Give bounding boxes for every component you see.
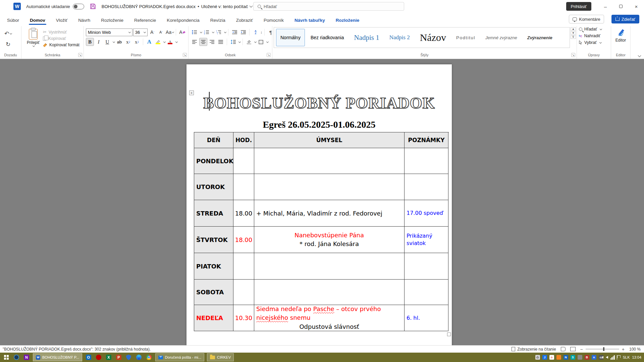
- line-spacing-button[interactable]: [229, 38, 237, 46]
- font-family-combobox[interactable]: Minion Web: [86, 28, 132, 36]
- align-center-button[interactable]: [199, 38, 207, 46]
- table-cell-note[interactable]: [405, 148, 448, 174]
- close-button[interactable]: ×: [629, 0, 644, 13]
- dialog-launcher-icon[interactable]: ↘: [183, 53, 187, 57]
- table-cell-intent[interactable]: Nanebovstúpenie Pána * rod. Jána Kolesár…: [254, 227, 405, 253]
- zoom-level[interactable]: 100 %: [629, 347, 641, 352]
- table-cell-time[interactable]: [233, 253, 254, 280]
- save-icon[interactable]: [90, 3, 96, 10]
- table-cell-intent[interactable]: [254, 174, 405, 200]
- increase-indent-button[interactable]: [239, 28, 247, 36]
- taskbar-window-mail[interactable]: Doručená pošta - mi...: [155, 353, 204, 361]
- tab-rozlozenie-tabulky[interactable]: Rozloženie: [335, 18, 361, 26]
- comments-button[interactable]: Komentáre: [569, 15, 604, 23]
- table-row-day[interactable]: UTOROK: [194, 174, 233, 200]
- zoom-out-button[interactable]: −: [580, 347, 583, 352]
- tray-printer-icon[interactable]: ⎙: [535, 355, 540, 360]
- copy-button[interactable]: Kopírovať: [43, 36, 79, 41]
- grow-font-button[interactable]: Aˆ: [148, 28, 156, 36]
- strikethrough-button[interactable]: ab: [115, 38, 123, 46]
- numbered-list-button[interactable]: 123: [203, 28, 211, 36]
- table-cell-intent[interactable]: Siedma nedeľa po Pasche – otcov prvého n…: [254, 305, 405, 331]
- tray-icon[interactable]: ⌗: [592, 355, 596, 360]
- reading-view-button[interactable]: Zobrazenie na čítanie: [512, 347, 556, 352]
- bold-button[interactable]: B: [86, 38, 94, 46]
- superscript-button[interactable]: x2: [133, 38, 141, 46]
- network-icon[interactable]: [610, 355, 615, 360]
- table-cell-intent[interactable]: [254, 148, 405, 174]
- highlight-color-button[interactable]: [154, 38, 162, 46]
- taskbar-window-folder[interactable]: CIRKEV: [207, 353, 234, 361]
- taskbar-edge-icon[interactable]: [135, 353, 143, 361]
- bullet-list-button[interactable]: [191, 28, 199, 36]
- table-cell-time[interactable]: 18.00: [233, 200, 254, 227]
- style-nazov[interactable]: Názov: [416, 29, 450, 46]
- taskbar-access-icon[interactable]: [94, 353, 103, 361]
- table-cell-time[interactable]: [233, 148, 254, 174]
- language-indicator[interactable]: SLK: [623, 355, 630, 359]
- tab-pomocnik[interactable]: Pomocník: [263, 18, 285, 26]
- style-jemne-zvyraznenie[interactable]: Jemné zvýrazne: [481, 29, 522, 46]
- table-cell-intent[interactable]: [254, 280, 405, 305]
- taskbar-outlook-icon[interactable]: O: [84, 353, 93, 361]
- table-cell-time[interactable]: [233, 280, 254, 305]
- dialog-launcher-icon[interactable]: ↘: [78, 53, 82, 57]
- cut-button[interactable]: ✂ Vystrihnúť: [43, 29, 79, 35]
- table-row-day[interactable]: NEDEĽA: [194, 305, 233, 331]
- gallery-scroll-up-button[interactable]: ▲: [571, 27, 576, 31]
- style-nadpis-2[interactable]: Nadpis 2: [385, 29, 414, 46]
- document-title[interactable]: BOHOSLUŽOBNÝ PORIADOK.Egreš docx.docx • …: [102, 4, 252, 9]
- tab-referencie[interactable]: Referencie: [133, 18, 157, 26]
- style-podtitul[interactable]: Podtitul: [452, 29, 480, 46]
- dialog-launcher-icon[interactable]: ↘: [267, 53, 271, 57]
- taskbar-onenote-icon[interactable]: N: [22, 353, 31, 361]
- taskbar-browser-icon[interactable]: [12, 353, 21, 361]
- web-layout-icon[interactable]: [570, 347, 576, 351]
- tray-icon[interactable]: B: [585, 355, 589, 360]
- italic-button[interactable]: I: [95, 38, 103, 46]
- tray-icon[interactable]: J: [542, 355, 547, 360]
- table-cell-time[interactable]: 10.30: [233, 305, 254, 331]
- collapse-ribbon-icon[interactable]: [638, 54, 641, 57]
- shrink-font-button[interactable]: Aˇ: [157, 28, 165, 36]
- table-cell-note[interactable]: [405, 253, 448, 280]
- taskbar-chrome-icon[interactable]: [145, 353, 153, 361]
- select-button[interactable]: Vybrať: [579, 40, 601, 45]
- column-header-poznamky[interactable]: POZNÁMKY: [405, 132, 448, 148]
- underline-button[interactable]: U: [103, 38, 111, 46]
- style-nadpis-1[interactable]: Nadpis 1: [350, 29, 384, 46]
- tray-icon[interactable]: o: [549, 355, 554, 360]
- sign-in-button[interactable]: Prihlásiť: [566, 2, 592, 11]
- tab-zobrazit[interactable]: Zobraziť: [235, 18, 254, 26]
- zoom-in-button[interactable]: +: [622, 347, 625, 352]
- gallery-scroll-down-button[interactable]: ▼: [571, 31, 576, 35]
- table-row-day[interactable]: ŠTVRTOK: [194, 227, 233, 253]
- style-normalny[interactable]: Normálny: [276, 29, 305, 46]
- tab-revizia[interactable]: Revízia: [209, 18, 226, 26]
- table-cell-note[interactable]: [405, 280, 448, 305]
- restore-button[interactable]: [613, 0, 629, 13]
- style-bez-riadkovania[interactable]: Bez riadkovania: [306, 29, 348, 46]
- dialog-launcher-icon[interactable]: ↘: [571, 53, 575, 57]
- gallery-more-button[interactable]: ⊽: [571, 35, 576, 39]
- table-row-day[interactable]: PIATOK: [194, 253, 233, 280]
- autosave-toggle[interactable]: [73, 4, 84, 9]
- tab-navrh-tabulky[interactable]: Návrh tabuľky: [293, 18, 326, 26]
- column-header-den[interactable]: DEŇ: [194, 132, 233, 148]
- notification-flag-icon[interactable]: [617, 355, 621, 358]
- start-button[interactable]: [2, 353, 11, 361]
- volume-icon[interactable]: [606, 356, 608, 359]
- multilevel-list-button[interactable]: 1ai: [215, 28, 223, 36]
- tab-navrh[interactable]: Návrh: [77, 18, 91, 26]
- find-button[interactable]: Hľadať: [579, 27, 602, 32]
- text-effects-button[interactable]: A: [145, 38, 153, 46]
- minimize-button[interactable]: –: [598, 0, 613, 13]
- paste-button[interactable]: Prilepiť: [23, 28, 43, 47]
- shading-button[interactable]: [245, 38, 253, 46]
- tab-vlozit[interactable]: Vložiť: [55, 18, 68, 26]
- table-row-day[interactable]: STREDA: [194, 200, 233, 227]
- sort-button[interactable]: AZ: [252, 28, 260, 36]
- table-cell-note[interactable]: Prikázaný sviatok: [405, 227, 448, 253]
- read-mode-icon[interactable]: [561, 347, 566, 351]
- undo-button[interactable]: ↶: [4, 29, 12, 38]
